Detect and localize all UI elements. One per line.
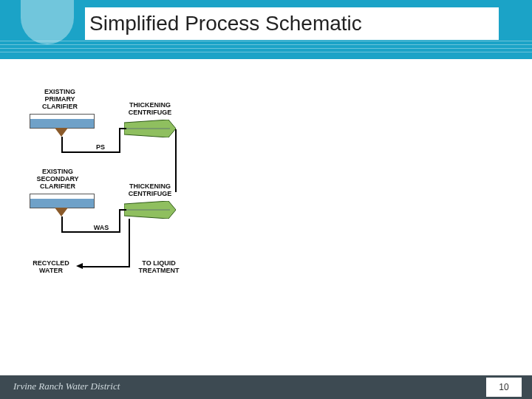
primary-clarifier [30, 114, 95, 129]
slide: { "header": { "title": "Simplified Proce… [0, 0, 532, 399]
recycled-water-label: RECYCLED WATER [30, 260, 72, 275]
to-liquid-label: TO LIQUID TREATMENT [134, 260, 183, 275]
flow-line [119, 128, 126, 129]
secondary-clarifier [30, 194, 95, 208]
flow-line [119, 209, 126, 211]
rule-line [0, 44, 532, 45]
page-number-box: 10 [486, 378, 522, 397]
label-line: CLARIFIER [30, 183, 86, 191]
footer-band: Irvine Ranch Water District 10 [0, 375, 532, 399]
rule-line [0, 41, 532, 41]
process-schematic: EXISTING PRIMARY CLARIFIER PS THICKENING… [30, 89, 281, 303]
centrifuge-top-label: THICKENING CENTRIFUGE [124, 102, 176, 117]
secondary-hopper [55, 208, 68, 216]
flow-line [61, 151, 119, 153]
page-number: 10 [499, 382, 508, 392]
centrifuge-bot [124, 201, 176, 219]
rule-line [0, 52, 532, 52]
primary-clarifier-label: EXISTING PRIMARY CLARIFIER [34, 89, 86, 111]
centrifuge-bot-label: THICKENING CENTRIFUGE [124, 183, 176, 198]
rule-line [0, 48, 532, 49]
header-band: Simplified Process Schematic [0, 0, 532, 59]
flow-line [119, 128, 120, 153]
flow-line [129, 219, 130, 266]
slide-title: Simplified Process Schematic [85, 12, 362, 35]
footer-org: Irvine Ranch Water District [13, 381, 120, 392]
ps-label: PS [93, 144, 108, 151]
label-line: CENTRIFUGE [124, 109, 176, 117]
flow-line [83, 266, 130, 267]
centrifuge-icon [124, 201, 176, 219]
label-line: CENTRIFUGE [124, 191, 176, 198]
title-band: Simplified Process Schematic [85, 7, 499, 40]
label-line: TREATMENT [134, 267, 183, 275]
flow-line [119, 209, 120, 233]
flow-line [61, 137, 63, 151]
water-fill [30, 199, 94, 208]
flow-line [61, 231, 119, 233]
water-fill [30, 119, 94, 128]
arrow-left-icon [76, 263, 83, 269]
centrifuge-icon [124, 120, 176, 137]
header-ornament [21, 0, 74, 44]
primary-hopper [55, 128, 68, 137]
flow-line [61, 216, 63, 231]
label-line: CLARIFIER [34, 103, 86, 111]
centrifuge-top [124, 120, 176, 137]
secondary-clarifier-label: EXISTING SECONDARY CLARIFIER [30, 168, 86, 191]
label-line: WATER [30, 267, 72, 275]
